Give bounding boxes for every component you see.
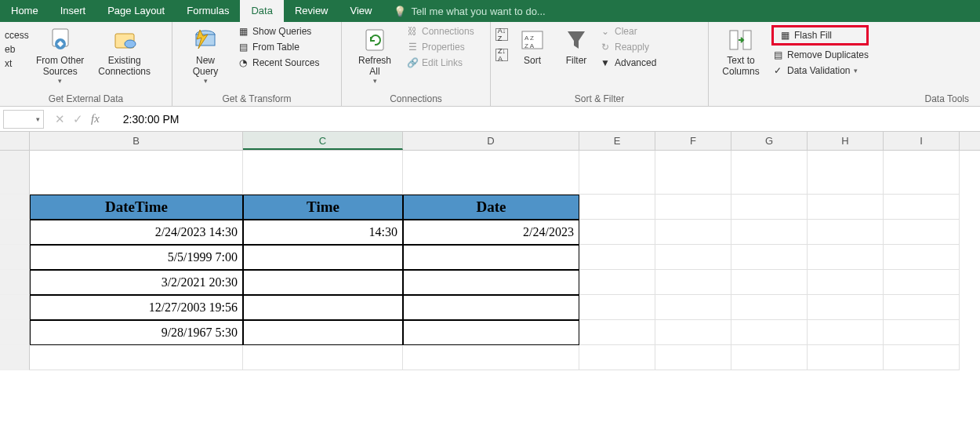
- row-header[interactable]: [0, 195, 30, 220]
- cell[interactable]: [579, 320, 655, 345]
- cell[interactable]: [731, 245, 808, 270]
- new-query-button[interactable]: New Query: [177, 25, 234, 85]
- cell-datetime[interactable]: 9/28/1967 5:30: [30, 320, 243, 345]
- cell[interactable]: [579, 220, 655, 245]
- tab-page-layout[interactable]: Page Layout: [96, 0, 176, 22]
- cell-datetime[interactable]: 12/27/2003 19:56: [30, 295, 243, 320]
- cell[interactable]: [731, 345, 808, 370]
- col-header-d[interactable]: D: [403, 132, 579, 150]
- cell[interactable]: [655, 295, 731, 320]
- tab-data[interactable]: Data: [240, 0, 283, 22]
- cell[interactable]: [808, 151, 884, 195]
- cell[interactable]: [808, 345, 884, 370]
- cell[interactable]: [655, 345, 731, 370]
- cell[interactable]: [884, 245, 960, 270]
- name-box[interactable]: [3, 110, 44, 129]
- cell-time[interactable]: [243, 320, 403, 345]
- from-other-sources-button[interactable]: From Other Sources: [32, 25, 89, 85]
- row-header[interactable]: [0, 320, 30, 345]
- sort-button[interactable]: A ZZ A Sort: [511, 25, 554, 66]
- cell[interactable]: [884, 320, 960, 345]
- cell[interactable]: [808, 270, 884, 295]
- cell[interactable]: [30, 345, 243, 370]
- cell[interactable]: [655, 151, 731, 195]
- table-header-time[interactable]: Time: [243, 195, 403, 220]
- sort-desc-button[interactable]: Z↓A: [495, 49, 508, 61]
- cell[interactable]: [243, 345, 403, 370]
- cell[interactable]: [655, 270, 731, 295]
- col-header-h[interactable]: H: [808, 132, 884, 150]
- table-header-date[interactable]: Date: [403, 195, 579, 220]
- col-header-c[interactable]: C: [243, 132, 403, 150]
- cell[interactable]: [731, 195, 808, 220]
- sort-asc-button[interactable]: A↓Z: [495, 28, 508, 41]
- formula-input[interactable]: [112, 110, 980, 129]
- cell-time[interactable]: [243, 245, 403, 270]
- cell[interactable]: [808, 320, 884, 345]
- cell-date[interactable]: [403, 245, 579, 270]
- cell-time[interactable]: [243, 295, 403, 320]
- cell[interactable]: [655, 320, 731, 345]
- cell-date[interactable]: [403, 295, 579, 320]
- cell[interactable]: [655, 220, 731, 245]
- fx-icon[interactable]: fx: [91, 112, 106, 126]
- show-queries-button[interactable]: ▦ Show Queries: [237, 25, 319, 38]
- col-header-f[interactable]: F: [655, 132, 731, 150]
- cell[interactable]: [579, 295, 655, 320]
- col-header-b[interactable]: B: [30, 132, 243, 150]
- row-header[interactable]: [0, 270, 30, 295]
- cell-datetime[interactable]: 2/24/2023 14:30: [30, 220, 243, 245]
- table-header-datetime[interactable]: DateTime: [30, 195, 243, 220]
- existing-connections-button[interactable]: Existing Connections: [92, 25, 158, 77]
- tab-home[interactable]: Home: [0, 0, 49, 22]
- cell[interactable]: [30, 151, 243, 195]
- cell-datetime[interactable]: 3/2/2021 20:30: [30, 270, 243, 295]
- cell[interactable]: [884, 220, 960, 245]
- remove-duplicates-button[interactable]: ▤ Remove Duplicates: [771, 49, 869, 61]
- tab-insert[interactable]: Insert: [49, 0, 97, 22]
- cell[interactable]: [884, 195, 960, 220]
- cell[interactable]: [731, 220, 808, 245]
- cell[interactable]: [731, 295, 808, 320]
- cell-datetime[interactable]: 5/5/1999 7:00: [30, 245, 243, 270]
- advanced-filter-button[interactable]: ▼ Advanced: [599, 56, 656, 69]
- row-header[interactable]: [0, 345, 30, 370]
- cell-date[interactable]: 2/24/2023: [403, 220, 579, 245]
- cell[interactable]: [884, 270, 960, 295]
- col-header-g[interactable]: G: [731, 132, 808, 150]
- from-table-button[interactable]: ▤ From Table: [237, 41, 319, 53]
- cell-date[interactable]: [403, 270, 579, 295]
- cell-date[interactable]: [403, 320, 579, 345]
- from-access-cut[interactable]: ccess: [5, 30, 29, 41]
- tab-formulas[interactable]: Formulas: [176, 0, 240, 22]
- cell-time[interactable]: [243, 270, 403, 295]
- cell[interactable]: [579, 345, 655, 370]
- tab-view[interactable]: View: [339, 0, 383, 22]
- enter-formula-icon[interactable]: ✓: [73, 112, 83, 126]
- cell[interactable]: [403, 345, 579, 370]
- from-web-cut[interactable]: eb: [5, 44, 15, 55]
- refresh-all-button[interactable]: Refresh All: [347, 25, 403, 85]
- col-header-i[interactable]: I: [884, 132, 960, 150]
- cell[interactable]: [884, 295, 960, 320]
- flash-fill-button[interactable]: ▦ Flash Fill: [771, 25, 869, 46]
- cell[interactable]: [808, 295, 884, 320]
- cell[interactable]: [579, 270, 655, 295]
- cell[interactable]: [655, 195, 731, 220]
- tab-review[interactable]: Review: [284, 0, 339, 22]
- cell[interactable]: [731, 151, 808, 195]
- row-header[interactable]: [0, 245, 30, 270]
- select-all-corner[interactable]: [0, 132, 30, 150]
- col-header-e[interactable]: E: [579, 132, 655, 150]
- cell[interactable]: [579, 195, 655, 220]
- tell-me-search[interactable]: Tell me what you want to do...: [383, 5, 545, 17]
- row-header[interactable]: [0, 295, 30, 320]
- data-validation-button[interactable]: ✓ Data Validation: [771, 64, 869, 77]
- cell[interactable]: [403, 151, 579, 195]
- cell[interactable]: [731, 320, 808, 345]
- cell[interactable]: [579, 245, 655, 270]
- cell[interactable]: [731, 270, 808, 295]
- cell[interactable]: [884, 345, 960, 370]
- cell[interactable]: [243, 151, 403, 195]
- text-to-columns-button[interactable]: Text to Columns: [713, 25, 768, 77]
